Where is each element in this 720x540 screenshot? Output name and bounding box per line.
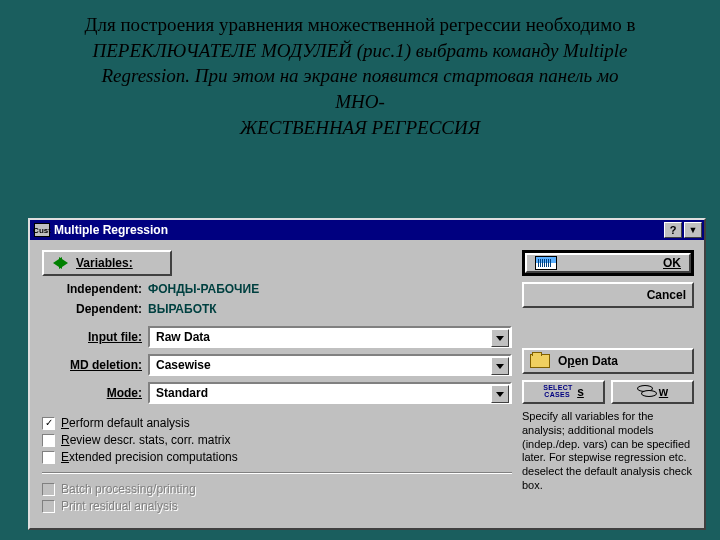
independent-label: Independent: xyxy=(42,282,148,296)
md-dropdown-icon[interactable] xyxy=(491,357,509,375)
disks-icon xyxy=(637,385,657,399)
dependent-label: Dependent: xyxy=(42,302,148,316)
batch-processing-checkbox-row: Batch processing/printing xyxy=(42,482,512,496)
md-deletion-value: Casewise xyxy=(156,358,211,372)
print-residual-checkbox-row: Print residual analysis xyxy=(42,499,512,513)
weight-button[interactable]: w xyxy=(611,380,694,404)
input-file-combo[interactable]: Raw Data xyxy=(148,326,512,348)
input-file-dropdown-icon[interactable] xyxy=(491,329,509,347)
checkbox-disabled-icon xyxy=(42,483,55,496)
extended-precision-label: Extended precision computations xyxy=(61,450,238,464)
open-data-button[interactable]: Open Data xyxy=(522,348,694,374)
perform-default-label: Perform default analysis xyxy=(61,416,190,430)
input-file-label: Input file: xyxy=(42,330,148,344)
dialog-title: Multiple Regression xyxy=(54,223,168,237)
dependent-value: ВЫРАБОТК xyxy=(148,302,217,316)
print-residual-label: Print residual analysis xyxy=(61,499,178,513)
help-button[interactable]: ? xyxy=(664,222,682,238)
close-button[interactable]: ▼ xyxy=(684,222,702,238)
checkbox-icon xyxy=(42,451,55,464)
review-stats-checkbox-row[interactable]: Review descr. stats, corr. matrix xyxy=(42,433,512,447)
select-cases-button[interactable]: SELECT CASES s xyxy=(522,380,605,404)
dialog-sys-icon[interactable]: Cust xyxy=(34,223,50,237)
batch-processing-label: Batch processing/printing xyxy=(61,482,196,496)
mode-dropdown-icon[interactable] xyxy=(491,385,509,403)
perform-default-checkbox-row[interactable]: ✓ Perform default analysis xyxy=(42,416,512,430)
dialog-titlebar[interactable]: Cust Multiple Regression ? ▼ xyxy=(30,220,704,240)
checkbox-checked-icon: ✓ xyxy=(42,417,55,430)
mode-combo[interactable]: Standard xyxy=(148,382,512,404)
slide-line1: Для построения уравнения множественной р… xyxy=(84,14,635,35)
slide-line5: ЖЕСТВЕННАЯ РЕГРЕССИЯ xyxy=(240,117,481,138)
input-file-value: Raw Data xyxy=(156,330,210,344)
multiple-regression-dialog: Cust Multiple Regression ? ▼ Variables: … xyxy=(28,218,706,530)
mode-value: Standard xyxy=(156,386,208,400)
extended-precision-checkbox-row[interactable]: Extended precision computations xyxy=(42,450,512,464)
select-cases-icon: SELECT CASES xyxy=(543,384,571,400)
ok-label: OK xyxy=(663,256,681,270)
mode-label: Mode: xyxy=(42,386,148,400)
hint-text: Specify all variables for the analysis; … xyxy=(522,410,694,493)
slide-line2: ПЕРЕКЛЮЧАТЕЛЕ МОДУЛЕЙ (рис.1) выбрать ко… xyxy=(93,40,628,61)
slide-caption: Для построения уравнения множественной р… xyxy=(0,0,720,148)
slide-line3: Regression. При этом на экране появится … xyxy=(101,65,618,86)
open-data-label: Open Data xyxy=(558,354,618,368)
variables-button[interactable]: Variables: xyxy=(42,250,172,276)
ok-button[interactable]: OK xyxy=(522,250,694,276)
md-deletion-label: MD deletion: xyxy=(42,358,148,372)
variables-icon xyxy=(50,255,70,271)
cancel-label: Cancel xyxy=(647,288,686,302)
checkbox-disabled-icon xyxy=(42,500,55,513)
w-label: w xyxy=(659,385,668,399)
ok-icon xyxy=(535,256,557,270)
checkbox-icon xyxy=(42,434,55,447)
folder-icon xyxy=(530,354,550,368)
md-deletion-combo[interactable]: Casewise xyxy=(148,354,512,376)
variables-label: Variables: xyxy=(76,256,133,270)
slide-line4: МНО- xyxy=(335,91,385,112)
s-label: s xyxy=(577,385,584,399)
review-stats-label: Review descr. stats, corr. matrix xyxy=(61,433,230,447)
divider xyxy=(42,472,512,474)
cancel-button[interactable]: Cancel xyxy=(522,282,694,308)
independent-value: ФОНДЫ-РАБОЧИЕ xyxy=(148,282,259,296)
